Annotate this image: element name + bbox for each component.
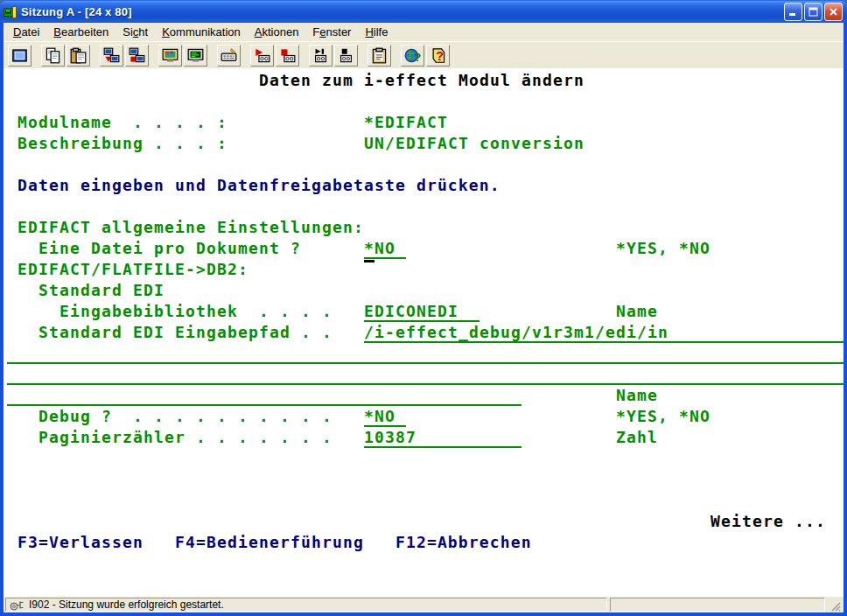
- field-bibliothek-label: Eingabebibliothek . . . .: [60, 303, 332, 319]
- hint-name-2: Name: [616, 387, 658, 403]
- section-flatfile: EDIFACT/FLATFILE->DB2:: [18, 261, 248, 277]
- session-window-icon[interactable]: [8, 45, 32, 66]
- display-setup-icon[interactable]: [158, 45, 182, 66]
- connection-icon: [10, 599, 25, 611]
- field-pfad-input[interactable]: /i-effect_debug/v1r3m1/edi/in: [364, 324, 844, 343]
- field-paginier-hint: Zahl: [616, 429, 658, 445]
- menu-item-kommunikation[interactable]: Kommunikation: [155, 24, 248, 41]
- toolbar: ? ?: [4, 41, 844, 68]
- menu-item-datei[interactable]: Datei: [6, 24, 46, 41]
- text-cursor: [364, 260, 374, 262]
- field-pfad-label: Standard EDI Eingabepfad . .: [38, 324, 332, 340]
- field-debug-input[interactable]: *NO: [364, 408, 406, 427]
- menu-item-fenster[interactable]: Fenster: [305, 24, 358, 41]
- menubar: DateiBearbeitenSichtKommunikationAktione…: [4, 23, 844, 41]
- resize-grip[interactable]: [828, 598, 841, 612]
- modulname-value: *EDIFACT: [364, 114, 448, 130]
- close-button[interactable]: [824, 3, 843, 21]
- field-bibliothek-input[interactable]: EDICONEDI: [364, 303, 480, 322]
- field-bibliothek-hint: Name: [616, 303, 658, 319]
- svg-text:?: ?: [436, 48, 444, 62]
- quit-macro-icon[interactable]: [334, 45, 358, 66]
- field-debug-hint: *YES, *NO: [616, 408, 710, 424]
- record-macro-icon[interactable]: [250, 45, 274, 66]
- color-mapping-icon[interactable]: [184, 45, 207, 66]
- menu-item-bearbeiten[interactable]: Bearbeiten: [46, 24, 116, 41]
- field-datei-label: Eine Datei pro Dokument ?: [38, 240, 301, 256]
- svg-text:?: ?: [414, 51, 421, 64]
- menu-item-aktionen[interactable]: Aktionen: [248, 24, 306, 41]
- field-paginier-input[interactable]: 10387: [364, 429, 522, 448]
- clipboard-icon[interactable]: [368, 45, 391, 66]
- help-icon[interactable]: ?: [426, 45, 450, 66]
- maximize-button[interactable]: [804, 3, 822, 21]
- status-secondary-panel: [610, 598, 825, 612]
- beschreibung-label: Beschreibung . . . :: [18, 135, 228, 151]
- section-allgemein: EDIFACT allgemeine Einstellungen:: [18, 219, 364, 235]
- menu-item-hilfe[interactable]: Hilfe: [358, 24, 395, 41]
- keyboard-setup-icon[interactable]: [217, 45, 241, 66]
- field-continuation-3[interactable]: [7, 387, 522, 406]
- field-datei-hint: *YES, *NO: [616, 240, 710, 256]
- field-paginier-label: Paginierzähler . . . . . . .: [38, 429, 332, 445]
- field-continuation-2[interactable]: [7, 366, 844, 385]
- send-file-icon[interactable]: [100, 45, 123, 66]
- field-pfad-continuation-1[interactable]: [7, 345, 844, 364]
- window-body: DateiBearbeitenSichtKommunikationAktione…: [0, 23, 847, 616]
- screen-title: Daten zum i-effect Modul ändern: [259, 72, 584, 88]
- window-title: Sitzung A - [24 x 80]: [21, 5, 782, 18]
- session-app-icon[interactable]: [4, 5, 18, 19]
- instruction-text: Daten eingeben und Datenfreigabetaste dr…: [18, 177, 500, 193]
- statusbar: I902 - Sitzung wurde erfolgreich gestart…: [4, 597, 844, 612]
- session-window: Sitzung A - [24 x 80] DateiBearbeitenSic…: [0, 0, 847, 616]
- status-message: I902 - Sitzung wurde erfolgreich gestart…: [29, 598, 224, 611]
- terminal-screen[interactable]: Daten zum i-effect Modul ändern Modulnam…: [4, 68, 844, 597]
- section-standard-edi: Standard EDI: [38, 282, 164, 298]
- beschreibung-value: UN/EDIFACT conversion: [364, 135, 584, 151]
- field-datei-input[interactable]: *NO: [364, 240, 406, 259]
- status-message-panel: I902 - Sitzung wurde erfolgreich gestart…: [5, 598, 607, 612]
- titlebar: Sitzung A - [24 x 80]: [0, 0, 847, 23]
- web-support-icon[interactable]: ?: [401, 45, 424, 66]
- modulname-label: Modulname . . . . :: [18, 114, 228, 130]
- play-macro-icon[interactable]: [309, 45, 332, 66]
- menu-item-sicht[interactable]: Sicht: [116, 24, 155, 41]
- paste-icon[interactable]: [66, 45, 90, 66]
- more-indicator: Weitere ...: [710, 513, 826, 529]
- field-debug-label: Debug ? . . . . . . . . . .: [38, 408, 332, 424]
- function-key-legend: F3=Verlassen F4=Bedienerführung F12=Abbr…: [18, 534, 532, 550]
- stop-record-icon[interactable]: [276, 45, 299, 66]
- receive-file-icon[interactable]: [125, 45, 149, 66]
- minimize-button[interactable]: [784, 3, 802, 21]
- copy-icon[interactable]: [41, 45, 65, 66]
